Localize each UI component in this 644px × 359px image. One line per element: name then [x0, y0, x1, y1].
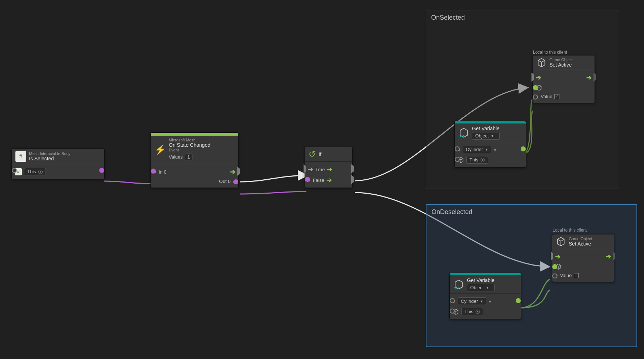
output-port[interactable]: [99, 168, 104, 173]
value-port[interactable]: [552, 273, 557, 278]
node-title: Is Selected: [29, 156, 71, 161]
value-port[interactable]: [533, 94, 538, 100]
node-on-state-changed[interactable]: ⚡ Microsoft Mesh On State Changed Event …: [151, 132, 239, 188]
node-if[interactable]: ↺ If ➔ True ➔ ● False ➔: [305, 147, 353, 188]
flow-arrow-icon: ➔: [327, 165, 332, 173]
obj-port[interactable]: [552, 264, 557, 269]
flow-arrow-icon: ➔: [326, 176, 332, 184]
input-port[interactable]: [455, 146, 460, 151]
flow-arrow-icon: ➔: [536, 74, 541, 82]
in0-port[interactable]: [151, 169, 156, 174]
node-category: Game Object: [549, 58, 573, 62]
scope-label: Local to this client: [553, 228, 587, 233]
node-set-active-2[interactable]: Game Object Set Active ➔ ➔ ● Value: [552, 234, 614, 282]
node-category: Game Object: [569, 237, 592, 241]
node-get-variable-2[interactable]: <> Get Variable Object ▼ ● Cylinder ▼ ● …: [449, 273, 521, 319]
cube-icon: [556, 237, 566, 247]
input-port-2[interactable]: [455, 157, 460, 162]
condition-port[interactable]: [305, 177, 310, 182]
chevron-down-icon: ▼: [486, 286, 489, 290]
node-set-active-1[interactable]: Game Object Set Active ➔ ➔ ● Value ✓: [533, 55, 595, 103]
kind-label: Object: [475, 133, 489, 139]
branch-icon: ↺: [309, 149, 316, 159]
getvar-icon: <>: [458, 127, 469, 138]
flow-out-port[interactable]: [237, 169, 240, 174]
chevron-down-icon: ▼: [491, 134, 494, 138]
out0-label: Out 0: [219, 179, 230, 184]
input-port[interactable]: [12, 168, 17, 173]
value-label: Value: [541, 94, 552, 99]
values-count-field[interactable]: 1: [185, 154, 192, 160]
kind-dropdown[interactable]: Object ▼: [467, 284, 495, 291]
chevron-down-icon: ▼: [480, 300, 483, 303]
variable-label: Cylinder: [466, 147, 483, 152]
getvar-title: Get Variable: [467, 277, 495, 283]
kind-dropdown[interactable]: Object ▼: [472, 132, 500, 140]
variable-dropdown[interactable]: Cylinder ▼: [458, 297, 487, 305]
out0-port[interactable]: [233, 179, 238, 184]
flow-in-port[interactable]: [551, 253, 553, 259]
input-port[interactable]: [450, 298, 455, 303]
flow-arrow-icon: ➔: [308, 165, 313, 173]
hash-icon: #: [15, 151, 26, 162]
svg-text:<>: <>: [454, 285, 460, 290]
value-label: Value: [560, 273, 572, 278]
values-label: Values: [169, 154, 183, 160]
values-count: 1: [187, 154, 190, 160]
flow-out-icon: ➔: [230, 168, 235, 176]
flow-out-port[interactable]: [613, 253, 615, 259]
true-label: True: [315, 167, 325, 172]
flow-arrow-icon: ➔: [555, 253, 560, 261]
this-label: This: [469, 157, 478, 162]
node-title: Set Active: [569, 241, 592, 247]
this-dropdown[interactable]: This: [466, 156, 488, 164]
flow-in-port[interactable]: [304, 166, 306, 171]
if-title: If: [319, 151, 321, 157]
flow-out-port[interactable]: [593, 74, 596, 80]
variable-dropdown[interactable]: Cylinder ▼: [463, 146, 492, 153]
getvar-title: Get Variable: [472, 126, 500, 131]
output-port[interactable]: [521, 146, 526, 151]
chevron-down-icon: ▼: [485, 148, 488, 151]
target-icon: [38, 170, 43, 174]
cube-icon: [536, 58, 547, 68]
scope-label: Local to this client: [533, 50, 567, 55]
target-icon: [481, 158, 485, 162]
node-is-selected[interactable]: # Mesh Interactable Body Is Selected # T…: [11, 149, 105, 179]
value-checkbox[interactable]: ✓: [554, 94, 559, 99]
input-port-2[interactable]: [450, 309, 455, 314]
kind-label: Object: [470, 285, 484, 290]
true-out-port[interactable]: [351, 166, 354, 171]
bolt-icon: ⚡: [154, 144, 166, 155]
flow-in-port[interactable]: [531, 74, 534, 80]
svg-text:<>: <>: [459, 133, 465, 138]
this-label: This: [27, 169, 36, 174]
node-subtitle: Microsoft Mesh: [169, 138, 210, 142]
getvar-icon: <>: [453, 279, 464, 290]
in0-label: In 0: [159, 169, 167, 175]
node-title: Set Active: [549, 62, 573, 68]
false-label: False: [313, 178, 324, 183]
node-subtitle: Mesh Interactable Body: [29, 151, 71, 156]
variable-label: Cylinder: [461, 299, 478, 304]
this-dropdown[interactable]: This: [461, 308, 483, 315]
group-onselected-title: OnSelected: [426, 10, 619, 25]
node-get-variable-1[interactable]: <> Get Variable Object ▼ ● Cylinder ▼ ● …: [454, 121, 526, 168]
node-title: On State Changed: [169, 142, 210, 148]
flow-arrow-icon: ➔: [606, 253, 611, 261]
obj-port[interactable]: [533, 85, 538, 90]
this-dropdown[interactable]: This: [24, 168, 46, 175]
event-label: Event: [169, 148, 210, 152]
group-ondeselected-title: OnDeselected: [426, 205, 636, 219]
target-icon: [476, 310, 480, 314]
false-out-port[interactable]: [351, 177, 354, 182]
this-label: This: [464, 309, 473, 314]
output-port[interactable]: [516, 298, 521, 303]
flow-arrow-icon: ➔: [586, 74, 592, 82]
value-checkbox[interactable]: [574, 273, 579, 278]
